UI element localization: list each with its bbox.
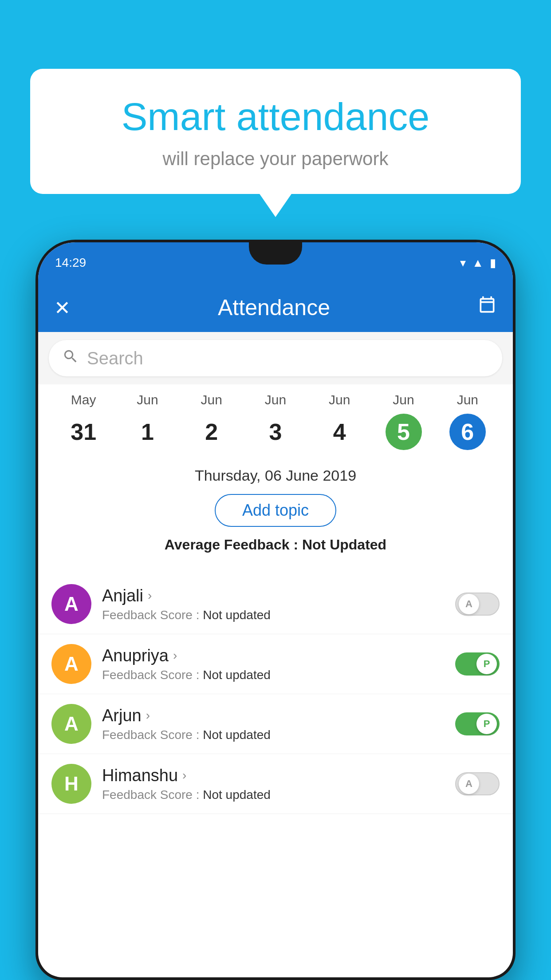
- avg-feedback-label: Average Feedback :: [165, 537, 302, 553]
- student-avatar-2: A: [51, 704, 91, 744]
- chevron-icon: ›: [182, 768, 186, 782]
- search-icon: [62, 348, 79, 369]
- toggle-knob-0: A: [459, 594, 479, 614]
- cal-date: 5: [386, 414, 422, 450]
- cal-date: 1: [129, 414, 165, 450]
- status-bar: 14:29 ▾ ▲ ▮: [38, 242, 513, 283]
- student-name-2: Arjun ›: [102, 706, 445, 725]
- attendance-toggle-container-2: P: [455, 712, 500, 735]
- student-item-1[interactable]: A Anupriya › Feedback Score : Not update…: [38, 634, 513, 694]
- student-list: A Anjali › Feedback Score : Not updated …: [38, 574, 513, 814]
- toggle-knob-1: P: [476, 654, 497, 674]
- cal-month: Jun: [137, 392, 158, 407]
- student-item-0[interactable]: A Anjali › Feedback Score : Not updated …: [38, 574, 513, 634]
- student-info-0: Anjali › Feedback Score : Not updated: [102, 586, 445, 622]
- student-name-3: Himanshu ›: [102, 766, 445, 785]
- cal-month: Jun: [201, 392, 222, 407]
- status-icons: ▾ ▲ ▮: [460, 256, 496, 270]
- phone-screen: 14:29 ▾ ▲ ▮ ✕ Attendance: [38, 242, 513, 977]
- cal-date: 4: [321, 414, 358, 450]
- speech-bubble-container: Smart attendance will replace your paper…: [30, 69, 521, 194]
- status-time: 14:29: [55, 256, 86, 270]
- cal-month: Jun: [329, 392, 350, 407]
- app-bar-title: Attendance: [218, 295, 330, 320]
- toggle-knob-2: P: [476, 714, 497, 734]
- student-feedback-2: Feedback Score : Not updated: [102, 728, 445, 742]
- student-info-1: Anupriya › Feedback Score : Not updated: [102, 646, 445, 682]
- cal-month: Jun: [457, 392, 478, 407]
- attendance-toggle-1[interactable]: P: [455, 652, 500, 676]
- cal-month: Jun: [393, 392, 414, 407]
- student-name-1: Anupriya ›: [102, 646, 445, 665]
- phone-mockup: 14:29 ▾ ▲ ▮ ✕ Attendance: [35, 240, 516, 980]
- attendance-toggle-container-0: A: [455, 593, 500, 616]
- selected-date-label: Thursday, 06 June 2019: [51, 467, 500, 484]
- student-item-2[interactable]: A Arjun › Feedback Score : Not updated P: [38, 694, 513, 754]
- calendar-day-2[interactable]: Jun 2: [180, 392, 244, 450]
- student-avatar-0: A: [51, 584, 91, 624]
- student-name-0: Anjali ›: [102, 586, 445, 605]
- wifi-icon: ▾: [460, 256, 466, 270]
- search-bar-container: Search: [38, 332, 513, 384]
- cal-date: 3: [257, 414, 294, 450]
- attendance-toggle-3[interactable]: A: [455, 772, 500, 795]
- content-area: Thursday, 06 June 2019 Add topic Average…: [38, 454, 513, 574]
- student-feedback-0: Feedback Score : Not updated: [102, 608, 445, 622]
- bubble-title: Smart attendance: [52, 95, 499, 138]
- add-topic-button[interactable]: Add topic: [215, 494, 336, 527]
- cal-date: 2: [193, 414, 230, 450]
- app-bar: ✕ Attendance: [38, 283, 513, 332]
- calendar-day-0[interactable]: May 31: [51, 392, 115, 450]
- cal-month: Jun: [265, 392, 286, 407]
- student-info-3: Himanshu › Feedback Score : Not updated: [102, 766, 445, 802]
- cal-date: 6: [449, 414, 486, 450]
- student-info-2: Arjun › Feedback Score : Not updated: [102, 706, 445, 742]
- chevron-icon: ›: [173, 648, 177, 663]
- close-icon[interactable]: ✕: [54, 296, 71, 319]
- calendar-day-3[interactable]: Jun 3: [244, 392, 307, 450]
- battery-icon: ▮: [490, 256, 496, 270]
- speech-bubble: Smart attendance will replace your paper…: [30, 69, 521, 194]
- chevron-icon: ›: [146, 708, 150, 723]
- student-feedback-1: Feedback Score : Not updated: [102, 668, 445, 682]
- student-item-3[interactable]: H Himanshu › Feedback Score : Not update…: [38, 754, 513, 814]
- attendance-toggle-container-1: P: [455, 652, 500, 676]
- toggle-knob-3: A: [459, 774, 479, 794]
- calendar-dates: May 31 Jun 1 Jun 2 Jun 3 Jun 4 Jun 5 Jun…: [38, 392, 513, 450]
- chevron-icon: ›: [148, 589, 152, 603]
- search-placeholder: Search: [87, 348, 143, 368]
- bubble-subtitle: will replace your paperwork: [52, 148, 499, 170]
- calendar-day-6[interactable]: Jun 6: [436, 392, 500, 450]
- calendar-day-5[interactable]: Jun 5: [371, 392, 435, 450]
- calendar-strip: May 31 Jun 1 Jun 2 Jun 3 Jun 4 Jun 5 Jun…: [38, 384, 513, 454]
- student-feedback-3: Feedback Score : Not updated: [102, 788, 445, 802]
- calendar-day-4[interactable]: Jun 4: [307, 392, 371, 450]
- attendance-toggle-0[interactable]: A: [455, 593, 500, 616]
- attendance-toggle-container-3: A: [455, 772, 500, 795]
- search-bar[interactable]: Search: [49, 340, 502, 376]
- student-avatar-1: A: [51, 644, 91, 684]
- avg-feedback: Average Feedback : Not Updated: [51, 537, 500, 553]
- cal-month: May: [71, 392, 96, 407]
- calendar-day-1[interactable]: Jun 1: [115, 392, 179, 450]
- signal-icon: ▲: [472, 256, 484, 270]
- student-avatar-3: H: [51, 764, 91, 804]
- avg-feedback-value: Not Updated: [302, 537, 386, 553]
- attendance-toggle-2[interactable]: P: [455, 712, 500, 735]
- cal-date: 31: [65, 414, 102, 450]
- notch: [249, 242, 302, 265]
- calendar-icon[interactable]: [477, 296, 497, 320]
